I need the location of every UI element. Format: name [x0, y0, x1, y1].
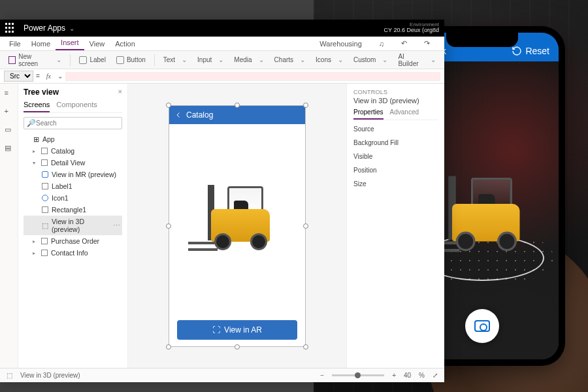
tree-node-detail[interactable]: ▾Detail View	[24, 157, 122, 169]
charts-menu[interactable]: Charts⌄	[270, 54, 310, 66]
tree-node-mr[interactable]: View in MR (preview)	[24, 169, 122, 180]
phone-notch	[446, 33, 518, 47]
label-text: Label	[90, 56, 105, 63]
menu-home[interactable]: Home	[26, 37, 56, 50]
tree-close-button[interactable]: ×	[118, 88, 122, 95]
status-cube-icon: ⬚	[7, 372, 12, 379]
fx-icon: fx	[42, 73, 55, 80]
undo-icon[interactable]: ↶	[396, 37, 412, 50]
tab-properties[interactable]: Properties	[353, 108, 384, 120]
prop-visible[interactable]: Visible	[353, 153, 438, 160]
view-in-ar-label: View in AR	[224, 325, 262, 335]
resize-handle[interactable]	[303, 103, 308, 108]
environment-picker[interactable]: Environment CY 20.6 Deux (org8d	[384, 22, 439, 35]
fit-icon[interactable]: ⤢	[433, 372, 438, 379]
custom-label: Custom	[353, 56, 376, 63]
tree-title: Tree view	[24, 88, 122, 97]
tree-label: Purchase Order	[51, 237, 99, 245]
property-selector[interactable]: Src	[4, 71, 33, 82]
canvas-screen[interactable]: Catalog ⛶ View in AR	[169, 105, 306, 347]
app-launcher-icon[interactable]	[5, 23, 16, 33]
phone-camera-button[interactable]	[465, 309, 499, 343]
prop-position[interactable]: Position	[353, 167, 438, 174]
tree-app-label: App	[42, 135, 55, 143]
resize-handle[interactable]	[235, 103, 240, 108]
resize-handle[interactable]	[166, 103, 171, 108]
rail-media-icon[interactable]: ▤	[5, 144, 14, 153]
menu-view[interactable]: View	[84, 37, 110, 50]
formula-bar: Src = fx ⌄	[0, 69, 444, 84]
prop-size[interactable]: Size	[353, 180, 438, 188]
rail-insert-icon[interactable]: +	[5, 107, 14, 116]
title-bar: Power Apps ⌄ Environment CY 20.6 Deux (o…	[0, 20, 444, 37]
tree-node-purchase[interactable]: ▸Purchase Order	[24, 235, 122, 247]
tree-node-catalog[interactable]: ▸Catalog	[24, 145, 122, 157]
status-selection-label: View in 3D (preview)	[20, 372, 80, 379]
tree-label: Icon1	[52, 194, 69, 202]
menu-bar: File Home Insert View Action Warehousing…	[0, 37, 444, 51]
menu-action[interactable]: Action	[110, 37, 140, 50]
tree-node-contact[interactable]: ▸Contact Info	[24, 247, 122, 259]
prop-source[interactable]: Source	[353, 125, 438, 133]
environment-name: CY 20.6 Deux (org8d	[384, 27, 439, 33]
tree-label: Catalog	[51, 147, 74, 155]
tree-tabs: Screens Components	[24, 101, 122, 113]
resize-handle[interactable]	[303, 223, 308, 229]
input-menu[interactable]: Input⌄	[193, 54, 228, 66]
chevron-down-icon[interactable]: ⌄	[69, 25, 74, 32]
label-button[interactable]: Label	[74, 54, 110, 67]
canvas-3d-viewport[interactable]	[169, 124, 305, 320]
tree-node-icon1[interactable]: Icon1	[24, 192, 122, 204]
redo-icon[interactable]: ↷	[419, 37, 435, 50]
menu-file[interactable]: File	[4, 37, 26, 50]
zoom-value: 40	[404, 372, 411, 379]
formula-input[interactable]	[65, 72, 440, 81]
tree-node-rect1[interactable]: Rectangle1	[24, 204, 122, 216]
menu-insert[interactable]: Insert	[56, 36, 84, 50]
props-tabs: Properties Advanced	[353, 108, 438, 120]
zoom-slider[interactable]	[332, 374, 384, 376]
prop-bg-fill[interactable]: Background Fill	[353, 139, 438, 146]
search-icon: 🔎	[27, 119, 36, 127]
chevron-left-icon	[174, 111, 182, 119]
tab-advanced[interactable]: Advanced	[390, 108, 419, 120]
zoom-pct: %	[419, 372, 425, 379]
product-title: Power Apps	[24, 24, 65, 33]
icons-label: Icons	[316, 56, 331, 63]
resize-handle[interactable]	[235, 344, 240, 350]
zoom-in-button[interactable]: +	[392, 372, 396, 379]
tree-node-app[interactable]: ⊞App	[24, 133, 122, 145]
tab-components[interactable]: Components	[56, 101, 97, 112]
media-menu[interactable]: Media⌄	[229, 54, 268, 66]
tree-label: Detail View	[51, 159, 85, 167]
view-in-ar-button[interactable]: ⛶ View in AR	[177, 320, 297, 340]
button-button[interactable]: Button	[112, 54, 150, 67]
tree-node-view3d[interactable]: ⬚View in 3D (preview)⋯	[24, 216, 122, 235]
tree-view-panel: Tree view × Screens Components 🔎 ⊞App ▸C…	[18, 84, 128, 368]
new-screen-button[interactable]: New screen⌄	[4, 50, 66, 70]
tree-label: View in MR (preview)	[52, 171, 116, 178]
tree-list: ⊞App ▸Catalog ▾Detail View View in MR (p…	[24, 133, 122, 259]
resize-handle[interactable]	[303, 344, 308, 350]
tab-screens[interactable]: Screens	[24, 101, 50, 112]
powerapps-editor: Power Apps ⌄ Environment CY 20.6 Deux (o…	[0, 20, 444, 382]
phone-reset-button[interactable]: Reset	[512, 46, 549, 56]
rail-data-icon[interactable]: ▭	[5, 125, 14, 135]
tree-label: View in 3D (preview)	[52, 218, 110, 233]
tree-search-input[interactable]	[36, 120, 119, 127]
checker-icon[interactable]: ♫	[374, 37, 389, 50]
custom-menu[interactable]: Custom⌄	[349, 54, 392, 66]
resize-handle[interactable]	[166, 344, 171, 350]
icons-menu[interactable]: Icons⌄	[311, 54, 348, 66]
zoom-out-button[interactable]: −	[320, 372, 324, 379]
tree-node-more-icon[interactable]: ⋯	[113, 221, 121, 229]
tree-search[interactable]: 🔎	[24, 117, 122, 129]
props-section-label: CONTROLS	[353, 89, 438, 95]
text-menu[interactable]: Text⌄	[159, 54, 191, 66]
ai-builder-menu[interactable]: AI Builder⌄	[393, 50, 440, 70]
tree-node-label1[interactable]: Label1	[24, 180, 122, 192]
tree-label: Contact Info	[51, 249, 88, 257]
resize-handle[interactable]	[166, 223, 171, 229]
design-canvas[interactable]: Catalog ⛶ View in AR	[128, 84, 346, 368]
rail-tree-icon[interactable]: ≡	[5, 89, 14, 98]
